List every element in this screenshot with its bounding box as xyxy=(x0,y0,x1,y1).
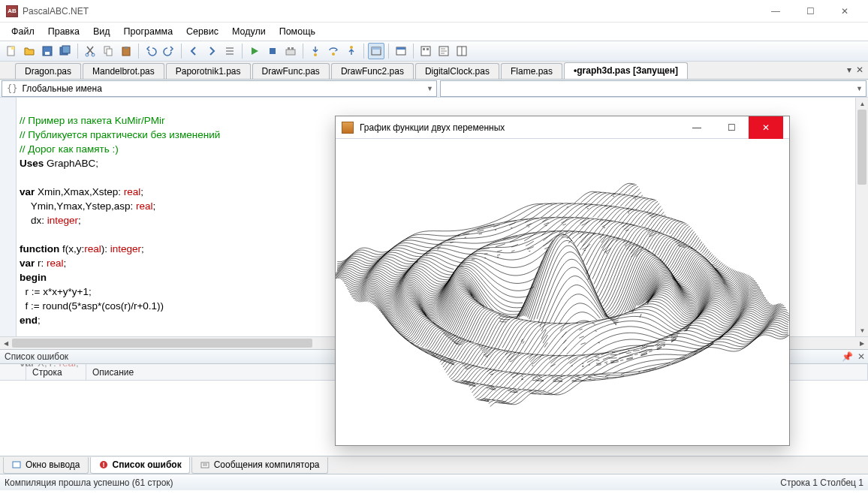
window-controls: — ☐ ✕ xyxy=(758,0,862,23)
minimize-button[interactable]: — xyxy=(758,0,793,23)
undo-icon[interactable] xyxy=(143,43,159,59)
svg-rect-23 xyxy=(421,47,430,56)
app-icon: AB xyxy=(6,5,18,17)
list-icon[interactable] xyxy=(222,43,238,59)
app-title: PascalABC.NET xyxy=(23,6,89,17)
toolbar xyxy=(0,41,868,62)
tabs-dropdown-icon[interactable]: ▾ xyxy=(847,65,851,75)
chevron-down-icon: ▼ xyxy=(426,85,433,92)
close-button[interactable]: ✕ xyxy=(827,0,862,23)
menu-help[interactable]: Помощь xyxy=(273,24,322,39)
hscroll-thumb[interactable] xyxy=(12,339,312,348)
scope-combo-right[interactable]: ▼ xyxy=(440,80,866,97)
tab-output-window[interactable]: Окно вывода xyxy=(3,457,89,474)
gfx-close-button[interactable]: ✕ xyxy=(749,116,783,139)
scroll-down-icon[interactable]: ▼ xyxy=(856,324,868,336)
gfx-minimize-button[interactable]: — xyxy=(680,116,714,139)
tab-compiler-messages[interactable]: Сообщения компилятора xyxy=(191,457,328,474)
menu-bar: Файл Правка Вид Программа Сервис Модули … xyxy=(0,23,868,41)
title-bar: AB PascalABC.NET — ☐ ✕ xyxy=(0,0,868,23)
chevron-down-icon: ▼ xyxy=(856,85,863,92)
run-icon[interactable] xyxy=(246,43,263,59)
tab-paporotnik[interactable]: Paporotnik1.pas xyxy=(166,63,251,79)
scope-combo-label: Глобальные имена xyxy=(22,83,101,94)
tab-errors-list[interactable]: ! Список ошибок xyxy=(90,457,190,474)
stop-icon[interactable] xyxy=(264,43,281,59)
gfx-maximize-button[interactable]: ☐ xyxy=(714,116,749,139)
svg-rect-12 xyxy=(270,48,276,54)
vertical-scrollbar[interactable]: ▲ ▼ xyxy=(855,98,868,336)
tab-drawfunc[interactable]: DrawFunc.pas xyxy=(252,63,330,79)
menu-program[interactable]: Программа xyxy=(117,24,180,39)
new-file-icon[interactable] xyxy=(3,43,20,59)
save-icon[interactable] xyxy=(39,43,56,59)
menu-file[interactable]: Файл xyxy=(5,24,41,39)
maximize-button[interactable]: ☐ xyxy=(793,0,827,23)
scroll-right-icon[interactable]: ▶ xyxy=(856,337,868,350)
form-designer-icon[interactable] xyxy=(417,43,434,59)
redo-icon[interactable] xyxy=(161,43,177,59)
bottom-tabs: Окно вывода ! Список ошибок Сообщения ко… xyxy=(0,456,868,474)
svg-rect-22 xyxy=(396,47,405,50)
menu-service[interactable]: Сервис xyxy=(179,24,225,39)
svg-text:!: ! xyxy=(102,461,104,468)
scope-combos: {} Глобальные имена ▼ ▼ xyxy=(0,80,868,98)
cut-icon[interactable] xyxy=(82,43,98,59)
tab-flame[interactable]: Flame.pas xyxy=(501,63,562,79)
scope-combo-left[interactable]: {} Глобальные имена ▼ xyxy=(2,80,437,97)
gfx-title: График функции двух переменных xyxy=(360,122,505,133)
menu-view[interactable]: Вид xyxy=(86,24,117,39)
svg-point-17 xyxy=(332,53,335,56)
tab-graph3d-active[interactable]: •graph3d.pas [Запущен] xyxy=(564,62,688,79)
open-file-icon[interactable] xyxy=(21,43,38,59)
tabs-close-icon[interactable]: ✕ xyxy=(856,65,863,75)
braces-icon: {} xyxy=(7,83,17,94)
compile-icon[interactable] xyxy=(282,43,299,59)
svg-rect-5 xyxy=(62,46,70,53)
svg-rect-9 xyxy=(107,49,112,56)
panel-close-icon[interactable]: ✕ xyxy=(857,351,865,362)
svg-rect-29 xyxy=(13,462,20,468)
scroll-up-icon[interactable]: ▲ xyxy=(856,98,868,110)
svg-rect-15 xyxy=(291,47,294,50)
tab-drawfunc2[interactable]: DrawFunc2.pas xyxy=(331,63,414,79)
graphics-window[interactable]: График функции двух переменных — ☐ ✕ xyxy=(335,116,790,446)
error-icon: ! xyxy=(98,459,109,470)
tab-digitalclock[interactable]: DigitalClock.pas xyxy=(415,63,499,79)
step-over-icon[interactable] xyxy=(325,43,342,59)
tab-dragon[interactable]: Dragon.pas xyxy=(15,63,81,79)
errors-panel-title: Список ошибок xyxy=(5,351,68,362)
step-out-icon[interactable] xyxy=(343,43,360,59)
menu-edit[interactable]: Правка xyxy=(41,24,86,39)
status-bar: Компиляция прошла успешно (61 строк) Стр… xyxy=(0,474,868,490)
compiler-icon xyxy=(200,459,210,470)
svg-rect-25 xyxy=(426,48,429,50)
status-cursor-position: Строка 1 Столбец 1 xyxy=(780,477,863,488)
layout-toggle-icon[interactable] xyxy=(368,43,384,59)
editor-gutter xyxy=(0,98,17,336)
pin-icon[interactable]: 📌 xyxy=(842,351,853,362)
menu-modules[interactable]: Модули xyxy=(225,24,273,39)
nav-fwd-icon[interactable] xyxy=(203,43,220,59)
status-left: Компиляция прошла успешно (61 строк) xyxy=(5,477,173,488)
gfx-title-bar[interactable]: График функции двух переменных — ☐ ✕ xyxy=(336,116,789,139)
gfx-form-icon xyxy=(342,122,354,134)
code-view-icon[interactable] xyxy=(436,43,452,59)
svg-rect-1 xyxy=(11,47,14,50)
copy-icon[interactable] xyxy=(100,43,116,59)
svg-point-16 xyxy=(314,53,317,56)
scroll-thumb[interactable] xyxy=(857,110,866,185)
gfx-canvas xyxy=(336,139,789,445)
svg-rect-14 xyxy=(288,47,290,50)
output-icon xyxy=(11,459,22,470)
window-icon[interactable] xyxy=(393,43,409,59)
svg-rect-13 xyxy=(286,50,295,55)
nav-back-icon[interactable] xyxy=(185,43,202,59)
save-all-icon[interactable] xyxy=(57,43,74,59)
tab-mandelbrot[interactable]: Mandelbrot.pas xyxy=(83,63,164,79)
scroll-left-icon[interactable]: ◀ xyxy=(0,337,12,350)
paste-icon[interactable] xyxy=(118,43,134,59)
split-view-icon[interactable] xyxy=(454,43,470,59)
svg-rect-20 xyxy=(372,47,381,50)
step-into-icon[interactable] xyxy=(307,43,324,59)
